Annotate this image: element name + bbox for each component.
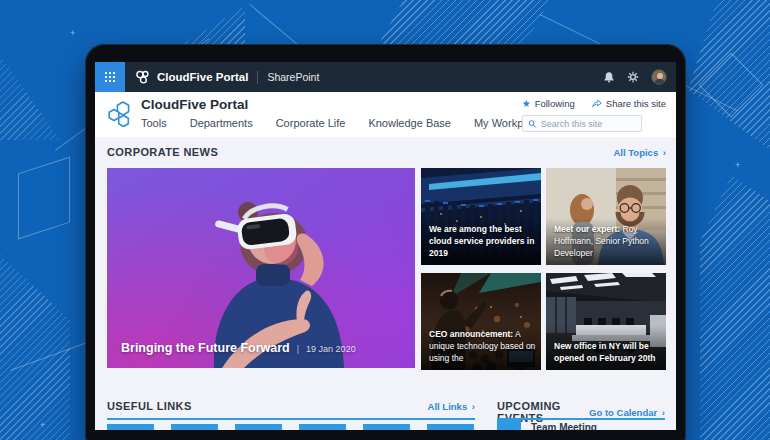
blueprint-pattern-shape: +	[40, 420, 45, 430]
user-avatar[interactable]	[651, 69, 667, 85]
tile-caption-bold: We are among the best cloud service prov…	[429, 224, 534, 258]
suite-divider	[257, 71, 258, 84]
link-tile[interactable]	[107, 424, 154, 430]
blueprint-pattern-shape	[698, 52, 763, 117]
blueprint-pattern-shape: +	[735, 160, 740, 170]
blueprint-pattern-shape	[0, 55, 60, 140]
suite-bar: CloudFive Portal SharePoint	[95, 62, 676, 92]
tile-caption: Meet our expert: Roy Hoffmann, Senior Py…	[554, 224, 661, 260]
corporate-news-heading: CORPORATE NEWS	[107, 146, 218, 158]
tile-caption-bold: CEO announcement:	[429, 329, 513, 339]
link-tile[interactable]	[171, 424, 218, 430]
nav-item-corporate-life[interactable]: Corporate Life	[276, 117, 346, 129]
useful-links-underline	[107, 418, 475, 420]
hero-title: Bringing the Future Forward	[121, 341, 290, 355]
share-site-label: Share this site	[606, 98, 666, 109]
event-title: Team Meeting	[531, 420, 597, 430]
app-launcher-button[interactable]	[95, 62, 125, 92]
share-site-button[interactable]: Share this site	[591, 98, 666, 109]
news-tile-cloud-providers[interactable]: We are among the best cloud service prov…	[421, 168, 541, 265]
useful-links-heading: USEFUL LINKS	[107, 400, 192, 412]
star-icon: ★	[522, 99, 531, 109]
tablet-device-frame: CloudFive Portal SharePoint	[85, 44, 686, 440]
hero-caption: Bringing the Future Forward | 19 Jan 202…	[121, 341, 356, 355]
tile-caption: CEO announcement: A unique technology ba…	[429, 329, 536, 365]
link-tile[interactable]	[427, 424, 474, 430]
all-topics-link[interactable]: All Topics ›	[613, 147, 666, 158]
hero-date: 19 Jan 2020	[306, 344, 356, 354]
news-tile-new-office[interactable]: New office in NY will be opened on Febru…	[546, 273, 666, 370]
hero-separator: |	[297, 344, 299, 354]
useful-links-header: USEFUL LINKS All Links ›	[107, 400, 475, 412]
event-list-item[interactable]: Team Meeting	[497, 420, 597, 430]
search-input[interactable]	[541, 119, 641, 129]
hexagon-logo-icon	[104, 99, 134, 129]
gear-icon[interactable]	[627, 71, 639, 83]
site-title: CloudFive Portal	[141, 97, 248, 112]
tile-caption: New office in NY will be opened on Febru…	[554, 341, 661, 365]
nav-item-knowledge-base[interactable]: Knowledge Base	[368, 117, 451, 129]
go-to-calendar-label: Go to Calendar	[589, 407, 657, 418]
all-links-label: All Links	[428, 401, 468, 412]
site-navigation: Tools Departments Corporate Life Knowled…	[141, 117, 543, 129]
go-to-calendar-link[interactable]: Go to Calendar ›	[589, 407, 665, 418]
following-label: Following	[535, 98, 575, 109]
link-tile[interactable]	[235, 424, 282, 430]
nav-item-tools[interactable]: Tools	[141, 117, 167, 129]
tile-caption-bold: New office in NY will be opened on Febru…	[554, 341, 656, 363]
blueprint-pattern-shape	[688, 0, 770, 150]
corporate-news-header: CORPORATE NEWS All Topics ›	[107, 146, 666, 158]
share-arrow-icon	[591, 98, 602, 109]
nav-item-departments[interactable]: Departments	[190, 117, 253, 129]
chevron-right-icon: ›	[663, 147, 666, 158]
site-search	[522, 115, 642, 132]
blueprint-pattern-shape: +	[70, 28, 75, 38]
desktop-background: + + + CloudFive Portal SharePoint	[0, 0, 770, 440]
portal-screen: CloudFive Portal SharePoint	[95, 62, 676, 430]
chevron-right-icon: ›	[662, 407, 665, 418]
hero-vr-woman-illustration	[107, 168, 415, 368]
all-links-link[interactable]: All Links ›	[428, 401, 475, 412]
follow-share-row: ★ Following Share this site	[522, 98, 666, 109]
all-topics-label: All Topics	[613, 147, 658, 158]
site-header-actions: ★ Following Share this site	[522, 98, 666, 132]
chevron-right-icon: ›	[472, 401, 475, 412]
following-button[interactable]: ★ Following	[522, 98, 575, 109]
blueprint-pattern-shape	[18, 157, 70, 240]
link-tile[interactable]	[363, 424, 410, 430]
link-tile[interactable]	[299, 424, 346, 430]
suite-actions	[603, 69, 676, 85]
bell-icon[interactable]	[603, 71, 615, 83]
news-tile-ceo-announcement[interactable]: CEO announcement: A unique technology ba…	[421, 273, 541, 370]
blueprint-pattern-shape	[0, 255, 70, 440]
waffle-icon	[105, 72, 115, 82]
search-icon	[528, 119, 537, 129]
tile-caption-bold: Meet our expert:	[554, 224, 620, 234]
hero-news-card[interactable]: Bringing the Future Forward | 19 Jan 202…	[107, 168, 415, 368]
cloudfive-logo-icon	[134, 69, 150, 85]
suite-app-name: CloudFive Portal	[157, 71, 248, 83]
event-date-badge	[497, 420, 521, 430]
tile-caption: We are among the best cloud service prov…	[429, 224, 536, 260]
avatar-figure	[654, 79, 665, 85]
suite-platform-name: SharePoint	[267, 71, 319, 83]
news-tile-expert[interactable]: Meet our expert: Roy Hoffmann, Senior Py…	[546, 168, 666, 265]
blueprint-pattern-shape	[700, 175, 770, 440]
site-header: CloudFive Portal Tools Departments Corpo…	[95, 92, 676, 137]
